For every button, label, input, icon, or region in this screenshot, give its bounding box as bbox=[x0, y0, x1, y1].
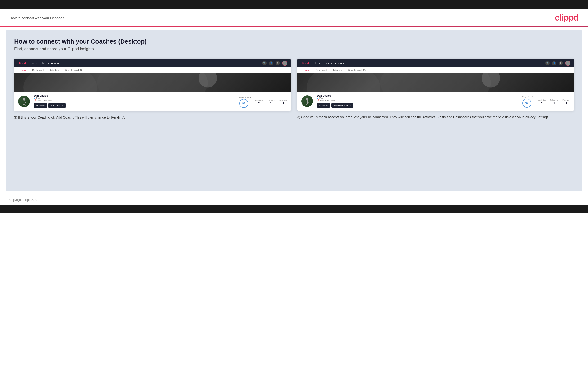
mock-hero-1 bbox=[14, 73, 291, 92]
unfollow-button-2[interactable]: Unfollow bbox=[317, 103, 330, 108]
add-coach-button-1[interactable]: Add Coach + bbox=[48, 103, 66, 108]
screenshot-desc-2: 4) Once your Coach accepts your request … bbox=[297, 115, 574, 120]
screenshot-desc-1: 3) If this is your Coach click 'Add Coac… bbox=[14, 115, 291, 120]
mock-avatar-1 bbox=[17, 95, 31, 108]
mock-quality-circle-1: 97 bbox=[239, 99, 248, 108]
bottom-bar bbox=[0, 205, 588, 213]
svg-line-11 bbox=[307, 103, 308, 105]
mock-nav-icons-1: 🔍 👤 ⚙ bbox=[262, 61, 287, 66]
mock-profile-actions-1: Unfollow Add Coach + bbox=[34, 103, 236, 108]
top-bar bbox=[0, 0, 588, 8]
mock-stat-following-2: Following 1 bbox=[562, 99, 571, 105]
mock-quality-wrap-1: Player Quality 97 bbox=[239, 96, 251, 108]
header-title: How to connect with your Coaches bbox=[9, 16, 64, 20]
screenshots-row: clippd Home My Performance 🔍 👤 ⚙ Profile… bbox=[14, 59, 574, 120]
page-heading: How to connect with your Coaches (Deskto… bbox=[14, 38, 574, 45]
user-icon-1[interactable]: 👤 bbox=[269, 61, 273, 65]
unfollow-button-1[interactable]: Unfollow bbox=[34, 103, 47, 108]
tab-dashboard-1[interactable]: Dashboard bbox=[30, 67, 46, 73]
mock-stat-following-1: Following 1 bbox=[279, 99, 287, 105]
mock-profile-actions-2: Unfollow Remove Coach ✕ bbox=[317, 103, 519, 108]
mock-tabs-2: Profile Dashboard Activities What To Wor… bbox=[297, 67, 574, 73]
mock-profile-name-2: Dan Davies bbox=[317, 94, 519, 97]
search-icon-2[interactable]: 🔍 bbox=[545, 61, 550, 65]
search-icon-1[interactable]: 🔍 bbox=[262, 61, 267, 65]
mock-avatar-wrap-2 bbox=[301, 95, 314, 108]
nav-avatar-1[interactable] bbox=[282, 61, 287, 66]
main-content: How to connect with your Coaches (Deskto… bbox=[6, 30, 582, 191]
mock-profile-name-1: Dan Davies bbox=[34, 94, 236, 97]
mock-quality-label-2: Player Quality bbox=[522, 96, 534, 98]
tab-profile-2[interactable]: Profile bbox=[301, 67, 312, 73]
tab-whattoworkon-2[interactable]: What To Work On bbox=[346, 67, 369, 73]
mock-profile-info-1: Dan Davies ✓ Pro 📍 United Kingdom Unfoll… bbox=[34, 94, 236, 108]
mock-quality-label-1: Player Quality bbox=[239, 96, 251, 98]
svg-point-6 bbox=[306, 98, 308, 100]
x-icon-2: ✕ bbox=[349, 104, 351, 107]
footer: Copyright Clippd 2022 bbox=[0, 195, 588, 205]
mock-logo-2: clippd bbox=[301, 61, 309, 65]
mock-profile-location-2: 📍 United Kingdom bbox=[317, 99, 519, 102]
nav-avatar-2[interactable] bbox=[565, 61, 571, 66]
checkmark-icon-1: ✓ bbox=[34, 97, 35, 99]
header: How to connect with your Coaches clippd bbox=[0, 8, 588, 26]
svg-line-5 bbox=[24, 104, 25, 106]
mock-nav-2: clippd Home My Performance 🔍 👤 ⚙ bbox=[297, 59, 574, 67]
mock-profile-role-1: ✓ Pro bbox=[34, 97, 236, 99]
mock-quality-wrap-2: Player Quality 97 bbox=[522, 96, 534, 108]
mock-browser-2: clippd Home My Performance 🔍 👤 ⚙ Profile… bbox=[297, 59, 574, 110]
mock-stat-activities-1: Activities 71 bbox=[255, 99, 263, 105]
mock-stat-followers-2: Followers 1 bbox=[550, 99, 558, 105]
mock-nav-home-1[interactable]: Home bbox=[31, 62, 37, 65]
mock-nav-myperformance-1[interactable]: My Performance bbox=[43, 62, 62, 65]
svg-line-4 bbox=[23, 104, 24, 106]
svg-line-10 bbox=[306, 103, 307, 105]
tab-activities-1[interactable]: Activities bbox=[47, 67, 61, 73]
mock-hero-overlay-2 bbox=[297, 73, 574, 92]
settings-icon-1[interactable]: ⚙ bbox=[276, 61, 280, 65]
screenshot-col-1: clippd Home My Performance 🔍 👤 ⚙ Profile… bbox=[14, 59, 291, 120]
mock-profile-role-2: ✓ Pro bbox=[317, 97, 519, 99]
tab-whattoworkon-1[interactable]: What To Work On bbox=[62, 67, 86, 73]
mock-profile-info-2: Dan Davies ✓ Pro 📍 United Kingdom Unfoll… bbox=[317, 94, 519, 108]
tab-activities-2[interactable]: Activities bbox=[330, 67, 344, 73]
plus-icon-1: + bbox=[62, 104, 63, 107]
mock-stats-1: Player Quality 97 Activities 71 Follower… bbox=[239, 96, 287, 108]
mock-profile-area-2: Dan Davies ✓ Pro 📍 United Kingdom Unfoll… bbox=[297, 92, 574, 110]
user-icon-2[interactable]: 👤 bbox=[552, 61, 556, 65]
mock-stat-activities-2: Activities 71 bbox=[538, 99, 546, 105]
remove-coach-button-2[interactable]: Remove Coach ✕ bbox=[331, 103, 354, 108]
mock-logo-1: clippd bbox=[17, 61, 26, 65]
mock-nav-1: clippd Home My Performance 🔍 👤 ⚙ bbox=[14, 59, 291, 67]
clippd-logo: clippd bbox=[555, 13, 579, 23]
mock-profile-location-1: 📍 United Kingdom bbox=[34, 99, 236, 102]
mock-quality-circle-2: 97 bbox=[522, 99, 531, 108]
copyright-text: Copyright Clippd 2022 bbox=[9, 198, 38, 202]
mock-tabs-1: Profile Dashboard Activities What To Wor… bbox=[14, 67, 291, 73]
header-divider bbox=[0, 26, 588, 26]
svg-point-0 bbox=[23, 98, 25, 100]
mock-browser-1: clippd Home My Performance 🔍 👤 ⚙ Profile… bbox=[14, 59, 291, 111]
settings-icon-2[interactable]: ⚙ bbox=[559, 61, 563, 65]
mock-nav-icons-2: 🔍 👤 ⚙ bbox=[545, 61, 571, 66]
mock-avatar-2 bbox=[301, 95, 314, 108]
mock-stat-followers-1: Followers 1 bbox=[267, 99, 275, 105]
page-subheading: Find, connect and share your Clippd insi… bbox=[14, 47, 574, 51]
screenshot-col-2: clippd Home My Performance 🔍 👤 ⚙ Profile… bbox=[297, 59, 574, 120]
tab-profile-1[interactable]: Profile bbox=[17, 67, 29, 73]
mock-hero-overlay-1 bbox=[14, 73, 291, 92]
mock-profile-area-1: Dan Davies ✓ Pro 📍 United Kingdom Unfoll… bbox=[14, 92, 291, 111]
tab-dashboard-2[interactable]: Dashboard bbox=[313, 67, 329, 73]
mock-stats-2: Player Quality 97 Activities 71 Follower… bbox=[522, 96, 571, 108]
mock-nav-home-2[interactable]: Home bbox=[314, 62, 320, 65]
mock-hero-2 bbox=[297, 73, 574, 92]
mock-nav-myperformance-2[interactable]: My Performance bbox=[326, 62, 345, 65]
checkmark-icon-2: ✓ bbox=[317, 97, 319, 99]
mock-avatar-wrap-1 bbox=[17, 95, 31, 108]
